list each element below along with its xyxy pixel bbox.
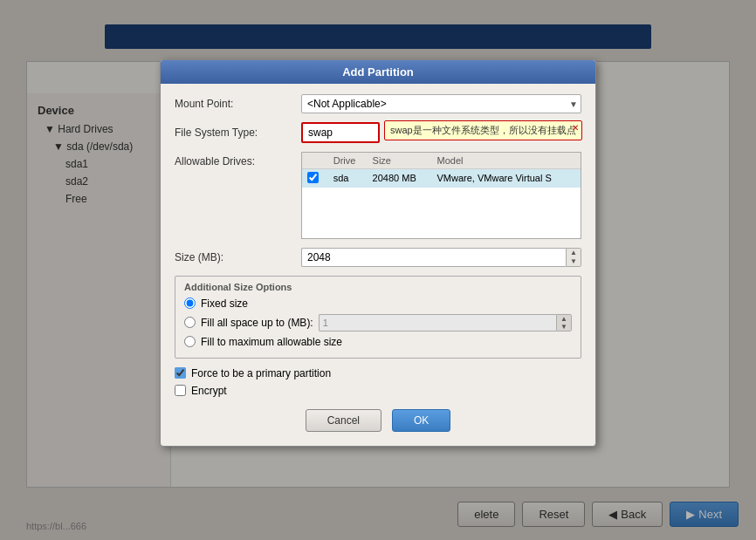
ok-button[interactable]: OK — [392, 409, 450, 432]
fill-decrement-button[interactable]: ▼ — [557, 323, 571, 331]
dialog-titlebar: Add Partition — [161, 60, 595, 84]
tooltip-bubble: swap是一种文件系统类型，所以没有挂载点 ✕ — [384, 120, 582, 140]
fill-up-label: Fill all space up to (MB): — [201, 317, 313, 329]
fill-max-option: Fill to maximum allowable size — [184, 336, 572, 348]
fixed-size-option: Fixed size — [184, 297, 572, 310]
col-drive: Drive — [328, 153, 368, 169]
drives-table-wrapper: Drive Size Model sda 20480 MB — [301, 152, 581, 239]
encrypt-checkbox[interactable] — [175, 385, 186, 396]
modal-overlay: Add Partition Mount Point: <Not Applicab… — [0, 0, 756, 540]
col-check — [302, 153, 328, 169]
drive-name-cell: sda — [328, 168, 368, 188]
mount-point-row: Mount Point: <Not Applicable> ▼ — [175, 94, 581, 113]
drive-size-cell: 20480 MB — [368, 168, 432, 188]
fill-up-spinner: ▲ ▼ — [556, 314, 572, 332]
additional-size-options: Additional Size Options Fixed size Fill … — [175, 276, 581, 359]
fill-up-option: Fill all space up to (MB): ▲ ▼ — [184, 314, 572, 332]
col-model: Model — [432, 153, 581, 169]
col-size: Size — [368, 153, 432, 169]
table-row: sda 20480 MB VMware, VMware Virtual S — [302, 168, 581, 188]
add-partition-dialog: Add Partition Mount Point: <Not Applicab… — [160, 59, 596, 447]
size-label: Size (MB): — [175, 251, 301, 263]
fixed-size-label: Fixed size — [201, 297, 248, 310]
mount-point-select-wrapper: <Not Applicable> ▼ — [301, 94, 581, 113]
encrypt-row: Encrypt — [175, 385, 581, 397]
fill-max-radio[interactable] — [184, 336, 196, 347]
force-primary-label: Force to be a primary partition — [191, 367, 331, 379]
mount-point-select[interactable]: <Not Applicable> — [301, 94, 581, 113]
drive-checkbox-cell[interactable] — [302, 168, 328, 188]
drive-checkbox[interactable] — [307, 172, 319, 183]
force-primary-checkbox[interactable] — [175, 367, 186, 379]
fill-up-input[interactable] — [319, 314, 556, 332]
fill-up-input-wrapper: ▲ ▼ — [319, 314, 572, 332]
tooltip-close-icon[interactable]: ✕ — [572, 123, 579, 133]
size-spinner: ▲ ▼ — [566, 248, 581, 267]
filesystem-input-wrapper: swap是一种文件系统类型，所以没有挂载点 ✕ — [301, 122, 380, 143]
size-input[interactable] — [301, 248, 566, 267]
size-row: Size (MB): ▲ ▼ — [175, 248, 581, 267]
fill-max-label: Fill to maximum allowable size — [201, 336, 342, 348]
fixed-size-radio[interactable] — [184, 297, 196, 309]
drives-table: Drive Size Model sda 20480 MB — [302, 153, 581, 188]
drive-model-cell: VMware, VMware Virtual S — [432, 168, 581, 188]
filesystem-type-input[interactable] — [301, 122, 380, 143]
mount-point-label: Mount Point: — [175, 98, 301, 110]
size-input-wrapper: ▲ ▼ — [301, 248, 581, 267]
allowable-drives-label: Allowable Drives: — [175, 152, 301, 167]
options-legend: Additional Size Options — [184, 282, 572, 292]
size-increment-button[interactable]: ▲ — [567, 249, 581, 257]
filesystem-type-label: File System Type: — [175, 126, 301, 139]
dialog-buttons: Cancel OK — [175, 402, 581, 435]
size-decrement-button[interactable]: ▼ — [567, 257, 581, 266]
fill-up-radio[interactable] — [184, 317, 196, 328]
force-primary-row: Force to be a primary partition — [175, 367, 581, 379]
encrypt-label: Encrypt — [191, 385, 227, 397]
filesystem-type-row: File System Type: swap是一种文件系统类型，所以没有挂载点 … — [175, 122, 581, 143]
main-window: Please Select A Device Device ▼ Hard Dri… — [0, 0, 756, 540]
dialog-body: Mount Point: <Not Applicable> ▼ File Sys… — [161, 84, 595, 446]
cancel-button[interactable]: Cancel — [306, 409, 381, 432]
fill-increment-button[interactable]: ▲ — [557, 315, 571, 323]
allowable-drives-row: Allowable Drives: Drive Size Model — [175, 152, 581, 239]
